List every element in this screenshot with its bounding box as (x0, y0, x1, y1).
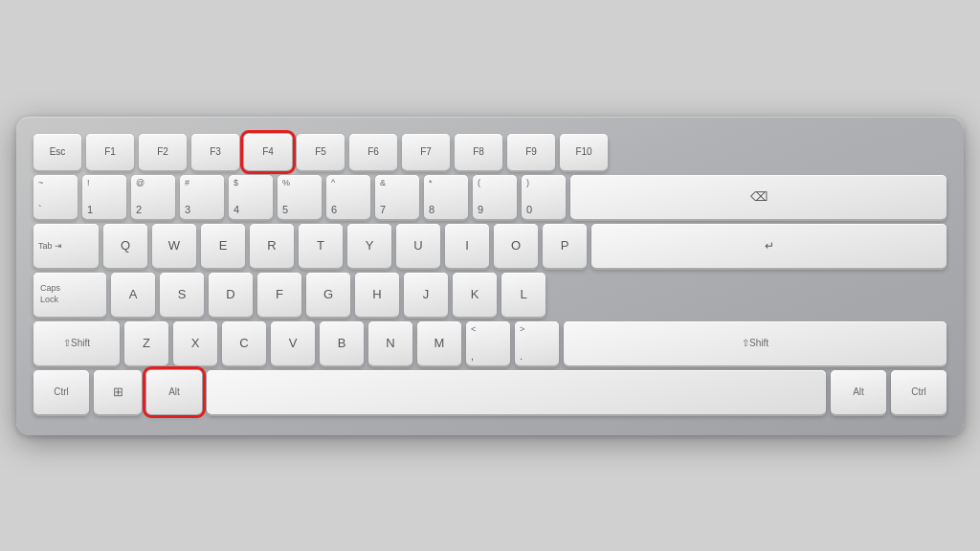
key-b[interactable]: B (320, 321, 364, 365)
key-comma[interactable]: < , (466, 321, 510, 365)
key-6[interactable]: ^ 6 (326, 175, 370, 219)
asdf-row: CapsLock A S D F G H J K L (33, 273, 947, 317)
key-ctrl-left[interactable]: Ctrl (33, 370, 89, 414)
key-z[interactable]: Z (124, 321, 168, 365)
key-y[interactable]: Y (347, 224, 391, 268)
key-f4[interactable]: F4 (244, 134, 292, 170)
key-shift-left[interactable]: ⇧Shift (33, 321, 120, 365)
key-a[interactable]: A (111, 273, 155, 317)
key-rows: Esc F1 F2 F3 F4 F5 F6 F7 (33, 134, 947, 414)
key-k[interactable]: K (453, 273, 497, 317)
key-shift-right[interactable]: ⇧Shift (564, 321, 947, 365)
key-5[interactable]: % 5 (278, 175, 322, 219)
key-f7[interactable]: F7 (402, 134, 450, 170)
key-f5[interactable]: F5 (297, 134, 345, 170)
key-alt-right[interactable]: Alt (831, 370, 886, 414)
number-row: ~ ` ! 1 @ 2 # 3 $ 4 % 5 (33, 175, 947, 219)
key-x[interactable]: X (173, 321, 217, 365)
key-alt-left[interactable]: Alt (146, 370, 202, 414)
key-l[interactable]: L (501, 273, 546, 317)
key-backtick[interactable]: ~ ` (33, 175, 78, 219)
keyboard: Esc F1 F2 F3 F4 F5 F6 F7 (16, 117, 964, 435)
key-f9[interactable]: F9 (507, 134, 555, 170)
key-e[interactable]: E (201, 224, 245, 268)
key-n[interactable]: N (368, 321, 412, 365)
key-caps-lock[interactable]: CapsLock (33, 273, 106, 317)
key-q[interactable]: Q (103, 224, 147, 268)
key-t[interactable]: T (299, 224, 343, 268)
key-8[interactable]: * 8 (424, 175, 468, 219)
key-7[interactable]: & 7 (375, 175, 419, 219)
key-space[interactable] (207, 370, 826, 414)
key-d[interactable]: D (209, 273, 253, 317)
zxcv-row: ⇧Shift Z X C V B N M < , > . ⇧Shift (33, 321, 947, 365)
qwerty-row: Tab ⇥ Q W E R T Y U I O P ↵ (33, 224, 947, 268)
bottom-row: Ctrl ⊞ Alt Alt Ctrl (33, 370, 947, 414)
key-period[interactable]: > . (515, 321, 559, 365)
key-tab[interactable]: Tab ⇥ (33, 224, 99, 268)
key-f3[interactable]: F3 (191, 134, 239, 170)
key-enter[interactable]: ↵ (591, 224, 947, 268)
key-c[interactable]: C (222, 321, 266, 365)
key-esc[interactable]: Esc (33, 134, 81, 170)
key-v[interactable]: V (271, 321, 315, 365)
key-f10[interactable]: F10 (560, 134, 608, 170)
fn-row: Esc F1 F2 F3 F4 F5 F6 F7 (33, 134, 947, 170)
key-f6[interactable]: F6 (349, 134, 397, 170)
key-f[interactable]: F (257, 273, 301, 317)
key-w[interactable]: W (152, 224, 196, 268)
key-win[interactable]: ⊞ (94, 370, 142, 414)
key-h[interactable]: H (355, 273, 399, 317)
key-9[interactable]: ( 9 (473, 175, 517, 219)
key-ctrl-right[interactable]: Ctrl (891, 370, 947, 414)
key-i[interactable]: I (445, 224, 489, 268)
key-f2[interactable]: F2 (139, 134, 187, 170)
key-0[interactable]: ) 0 (522, 175, 566, 219)
key-g[interactable]: G (306, 273, 350, 317)
key-m[interactable]: M (417, 321, 461, 365)
key-backspace[interactable]: ⌫ (570, 175, 947, 219)
key-f8[interactable]: F8 (455, 134, 502, 170)
key-u[interactable]: U (396, 224, 440, 268)
key-2[interactable]: @ 2 (131, 175, 175, 219)
key-r[interactable]: R (250, 224, 294, 268)
key-p[interactable]: P (543, 224, 587, 268)
key-o[interactable]: O (494, 224, 538, 268)
key-1[interactable]: ! 1 (82, 175, 126, 219)
key-f1[interactable]: F1 (86, 134, 134, 170)
key-3[interactable]: # 3 (180, 175, 224, 219)
key-j[interactable]: J (404, 273, 448, 317)
key-s[interactable]: S (160, 273, 204, 317)
key-4[interactable]: $ 4 (229, 175, 273, 219)
